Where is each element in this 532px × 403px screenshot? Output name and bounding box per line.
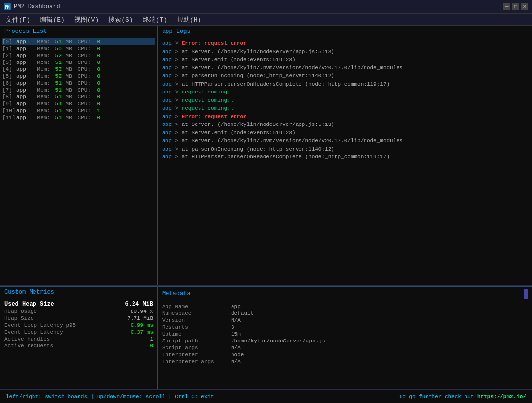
process-mem-unit: MB (63, 39, 74, 45)
log-arrow: > (172, 97, 182, 103)
app-logs-content[interactable]: app > Error: request errorapp > at Serve… (158, 37, 532, 285)
table-row[interactable]: [2] app Mem: 52 MB CPU: 0 (2, 52, 155, 59)
process-name: app (16, 53, 34, 59)
process-mem-val: 54 (52, 101, 63, 107)
list-item: Heap Usage 80.94 % (4, 308, 153, 315)
menu-view[interactable]: 视图(V) (72, 14, 100, 25)
process-name: app (16, 101, 34, 107)
table-row[interactable]: [0] app Mem: 51 MB CPU: 0 (2, 38, 155, 45)
table-row[interactable]: [11] app Mem: 51 MB CPU: 0 (2, 114, 155, 121)
log-app: app (162, 138, 172, 144)
metric-value: 0.99 ms (131, 322, 153, 328)
table-row[interactable]: [7] app Mem: 51 MB CPU: 0 (2, 87, 155, 93)
process-name: app (16, 46, 34, 52)
process-mem-val: 51 (52, 115, 63, 121)
list-item: Used Heap Size 6.24 MiB (4, 300, 153, 308)
table-row[interactable]: [8] app Mem: 51 MB CPU: 0 (2, 93, 155, 100)
log-path-text: at Server. (/home/kylin/.nvm/versions/no… (182, 138, 403, 144)
process-list-content[interactable]: [0] app Mem: 51 MB CPU: 0 [1] app Mem: 5… (0, 37, 157, 285)
metric-label: Event Loop Latency (4, 329, 63, 335)
meta-value: N/A (231, 317, 241, 323)
table-row[interactable]: [1] app Mem: 50 MB CPU: 0 (2, 45, 155, 52)
table-row[interactable]: [10] app Mem: 51 MB CPU: 1 (2, 107, 155, 114)
process-cpu-val: 0 (92, 94, 100, 100)
process-cpu-val: 0 (92, 60, 100, 65)
list-item: app > at Server.emit (node:events:519:28… (162, 56, 528, 64)
close-button[interactable]: ✕ (521, 3, 528, 10)
process-mem-unit: MB (63, 101, 74, 107)
log-path-text: at Server.emit (node:events:519:28) (182, 130, 296, 136)
title-bar: PM PM2 Dashboard ─ □ ✕ (0, 0, 532, 14)
table-row[interactable]: [6] app Mem: 51 MB CPU: 0 (2, 80, 155, 87)
list-item: app > request coming.. (162, 88, 528, 96)
list-item: Interpreter node (162, 351, 528, 358)
list-item: app > at HTTPParser.parserOnHeadersCompl… (162, 153, 528, 161)
metric-label: Heap Size (4, 315, 33, 321)
process-id: [0] (2, 39, 16, 45)
menu-file[interactable]: 文件(F) (4, 14, 32, 25)
process-mem-label: Mem: (34, 108, 52, 114)
meta-value: default (231, 310, 254, 316)
top-panels: Process List [0] app Mem: 51 MB CPU: 0 [… (0, 26, 532, 286)
metadata-scrollbar[interactable] (524, 289, 528, 299)
process-cpu-label: CPU: (74, 66, 92, 72)
process-cpu-label: CPU: (74, 101, 92, 107)
metric-value: 0.37 ms (131, 329, 153, 335)
process-mem-label: Mem: (34, 101, 52, 107)
metric-label: Heap Usage (4, 309, 37, 314)
process-name: app (16, 108, 34, 114)
maximize-button[interactable]: □ (512, 3, 519, 10)
log-app: app (162, 114, 172, 120)
table-row[interactable]: [4] app Mem: 53 MB CPU: 0 (2, 66, 155, 73)
process-mem-label: Mem: (34, 115, 52, 121)
table-row[interactable]: [3] app Mem: 51 MB CPU: 0 (2, 59, 155, 66)
process-mem-label: Mem: (34, 87, 52, 93)
process-mem-val: 52 (52, 53, 63, 59)
menu-search[interactable]: 搜索(S) (106, 14, 134, 25)
title-bar-controls: ─ □ ✕ (503, 3, 528, 10)
list-item: app > at Server. (/home/kylin/nodeServer… (162, 121, 528, 129)
metric-label: Used Heap Size (4, 301, 54, 308)
custom-metrics-title: Custom Metrics (0, 287, 157, 298)
custom-metrics-panel: Custom Metrics Used Heap Size 6.24 MiB H… (0, 286, 158, 389)
table-row[interactable]: [9] app Mem: 54 MB CPU: 0 (2, 100, 155, 107)
process-id: [8] (2, 94, 16, 100)
menu-help[interactable]: 帮助(H) (175, 14, 203, 25)
menu-edit[interactable]: 编辑(E) (38, 14, 66, 25)
menu-terminal[interactable]: 终端(T) (141, 14, 169, 25)
process-mem-unit: MB (63, 108, 74, 114)
log-app: app (162, 89, 172, 95)
process-cpu-label: CPU: (74, 73, 92, 79)
status-left: left/right: switch boards | up/down/mous… (6, 394, 214, 400)
list-item: Event Loop Latency 0.37 ms (4, 329, 153, 336)
list-item: Uptime 15m (162, 331, 528, 338)
process-id: [4] (2, 66, 16, 72)
list-item: app > request coming.. (162, 96, 528, 105)
list-item: app > at Server. (/home/kylin/nodeServer… (162, 48, 528, 56)
log-error-text: Error: request error (182, 40, 247, 46)
list-item: App Name app (162, 303, 528, 310)
process-mem-val: 51 (52, 108, 63, 114)
process-mem-val: 51 (52, 60, 63, 65)
list-item: Heap Size 7.71 MiB (4, 315, 153, 322)
meta-value: node (231, 352, 244, 358)
list-item: Namespace default (162, 310, 528, 317)
metric-value: 7.71 MiB (127, 315, 153, 321)
meta-label: App Name (162, 304, 231, 310)
process-mem-val: 51 (52, 94, 63, 100)
log-app: app (162, 49, 172, 55)
log-arrow: > (172, 81, 182, 87)
process-mem-val: 51 (52, 39, 63, 45)
log-arrow: > (172, 105, 182, 111)
process-name: app (16, 39, 34, 45)
process-mem-label: Mem: (34, 66, 52, 72)
process-id: [6] (2, 80, 16, 86)
log-app: app (162, 57, 172, 62)
log-request-text: request coming.. (182, 97, 234, 103)
log-path-text: at Server. (/home/kylin/nodeServer/app.j… (182, 49, 334, 55)
table-row[interactable]: [5] app Mem: 52 MB CPU: 0 (2, 73, 155, 80)
meta-label: Version (162, 317, 231, 323)
process-cpu-val: 0 (92, 87, 100, 93)
minimize-button[interactable]: ─ (503, 3, 510, 10)
status-right-link[interactable]: https://pm2.io/ (477, 394, 526, 400)
